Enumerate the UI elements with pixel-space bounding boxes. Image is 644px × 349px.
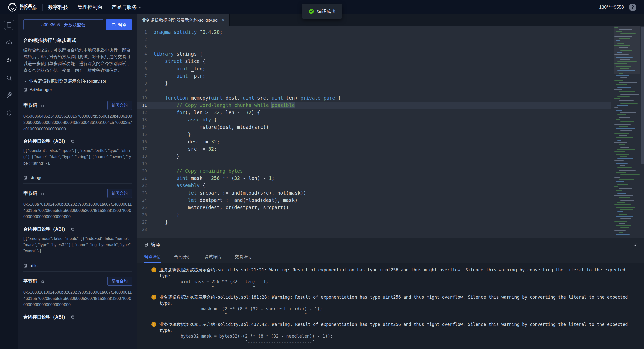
rail-tools-icon[interactable]: [4, 90, 14, 101]
bytecode-label: 字节码: [23, 278, 37, 284]
deploy-contract-button[interactable]: 部署合约: [107, 101, 132, 110]
code-line-content: src += 32;: [153, 145, 217, 153]
line-number: 27: [137, 218, 153, 226]
bp-tab-3[interactable]: 交易详情: [235, 251, 252, 263]
code-line-17[interactable]: 17 src += 32;: [137, 145, 611, 153]
bp-tab-0[interactable]: 编译详情: [144, 251, 161, 263]
compile-button[interactable]: 编译: [106, 19, 132, 30]
minimap-line: [617, 211, 623, 212]
code-line-1[interactable]: 1pragma solidity ^0.4.20;: [137, 28, 611, 36]
warning-item-1[interactable]: !业务逻辑数据浏览器展示合约-solidity.sol:181:28: Warn…: [137, 292, 644, 320]
copy-icon[interactable]: [40, 103, 44, 108]
minimap-line: [620, 94, 639, 95]
deploy-contract-button[interactable]: 部署合约: [107, 189, 132, 198]
chevron-down-icon: [138, 6, 142, 9]
tree-file-strings[interactable]: strings: [23, 172, 132, 184]
line-number: 13: [137, 116, 153, 123]
minimap-line: [617, 114, 626, 115]
line-number: 11: [137, 102, 153, 109]
code-line-4[interactable]: 4library strings {: [137, 50, 611, 58]
bp-tab-2[interactable]: 调试详情: [204, 251, 221, 263]
minimap-line: [619, 100, 634, 101]
minimap-line: [616, 102, 624, 102]
minimap[interactable]: [614, 26, 640, 238]
copy-icon[interactable]: [71, 315, 75, 319]
code-line-18[interactable]: 18 }: [137, 153, 611, 160]
minimap-line: [616, 225, 631, 226]
rail-debug-icon[interactable]: [4, 55, 14, 65]
rail-file-document-icon[interactable]: [4, 20, 14, 30]
tree-file-ArtManager[interactable]: ArtManager: [23, 84, 132, 96]
code-line-content: let destpart := and(mload(dest), mask): [153, 197, 298, 204]
line-number: 15: [137, 131, 153, 138]
code-line-19[interactable]: 19: [137, 160, 611, 167]
rail-search-icon[interactable]: [4, 73, 14, 83]
warning-location: 业务逻辑数据浏览器展示合约-solidity.sol:437:42:: [159, 322, 269, 327]
copy-icon[interactable]: [71, 227, 75, 231]
nav-item-1[interactable]: 管理控制台: [77, 4, 103, 11]
minimap-line: [614, 204, 631, 205]
editor-scrollbar[interactable]: [640, 26, 644, 238]
code-line-content: uint _ptr;: [153, 72, 205, 80]
code-line-10[interactable]: 10 function memcpy(uint dest, uint src, …: [137, 94, 611, 102]
bp-tab-1[interactable]: 合约分析: [174, 251, 191, 263]
rail-shield-add-icon[interactable]: [4, 108, 14, 118]
code-line-23[interactable]: 23 let srcpart := and(mload(src), not(ma…: [137, 189, 611, 197]
editor-tabbar: 业务逻辑数据浏览器展示合约-solidity.sol ×: [137, 14, 644, 26]
warning-code: mask = ~(2 ** (8 * (32 - shortest + idx)…: [160, 306, 637, 312]
code-line-9[interactable]: 9: [137, 87, 611, 94]
scrollbar-thumb[interactable]: [641, 27, 644, 164]
code-line-26[interactable]: 26 }: [137, 211, 611, 218]
code-line-11[interactable]: 11 // Copy word-length chunks while poss…: [137, 102, 611, 109]
deploy-contract-button[interactable]: 部署合约: [107, 277, 132, 286]
code-line-12[interactable]: 12 for(; len >= 32; len -= 32) {: [137, 109, 611, 116]
warning-item-0[interactable]: !业务逻辑数据浏览器展示合约-solidity.sol:21:21: Warni…: [137, 265, 644, 292]
code-line-content: mstore(dest, mload(src)): [153, 123, 269, 131]
nav-item-label: 数字科技: [48, 4, 68, 11]
code-line-28[interactable]: 28: [137, 226, 611, 233]
minimap-line: [617, 132, 623, 132]
minimap-line: [619, 135, 627, 136]
minimap-line: [617, 96, 630, 97]
minimap-line: [617, 123, 624, 123]
code-line-25[interactable]: 25 mstore(dest, or(destpart, srcpart)): [137, 204, 611, 211]
copy-icon[interactable]: [40, 279, 44, 283]
editor-tab[interactable]: 业务逻辑数据浏览器展示合约-solidity.sol ×: [137, 14, 230, 26]
bp-tab-label: 调试详情: [204, 254, 221, 260]
code-line-20[interactable]: 20 // Copy remaining bytes: [137, 167, 611, 175]
rail-cloud-upload-icon[interactable]: [4, 38, 14, 48]
tab-close-icon[interactable]: ×: [222, 17, 225, 23]
copy-icon[interactable]: [40, 191, 44, 196]
code-line-3[interactable]: 3: [137, 43, 611, 50]
file-tree-root[interactable]: 业务逻辑数据浏览器展示合约-solidity.sol: [23, 78, 132, 84]
code-line-24[interactable]: 24 let destpart := and(mload(dest), mask…: [137, 197, 611, 204]
help-button[interactable]: ?: [629, 4, 636, 11]
chain-selector-button[interactable]: a00e36c5 - 开放联盟链: [23, 19, 103, 30]
warning-item-3[interactable]: !业务逻辑数据浏览器展示合约-solidity.sol:477:42: Warn…: [137, 347, 644, 349]
copy-icon[interactable]: [71, 139, 75, 143]
code-line-22[interactable]: 22 assembly {: [137, 182, 611, 189]
code-line-8[interactable]: 8 }: [137, 80, 611, 87]
code-line-2[interactable]: 2: [137, 36, 611, 43]
code-line-5[interactable]: 5 struct slice {: [137, 58, 611, 65]
code-editor[interactable]: 1pragma solidity ^0.4.20;234library stri…: [137, 26, 644, 238]
tree-file-utils[interactable]: utils: [23, 260, 132, 272]
nav-item-2[interactable]: 产品与服务: [112, 4, 142, 11]
code-line-27[interactable]: 27 }: [137, 218, 611, 226]
code-line-7[interactable]: 7 uint _ptr;: [137, 72, 611, 80]
minimap-line: [620, 218, 631, 219]
nav-item-0[interactable]: 数字科技: [48, 4, 68, 11]
collapse-panel-icon[interactable]: [633, 242, 637, 247]
code-line-content: pragma solidity ^0.4.20;: [153, 28, 223, 36]
minimap-line: [616, 234, 630, 235]
code-line-13[interactable]: 13 assembly {: [137, 116, 611, 123]
code-line-14[interactable]: 14 mstore(dest, mload(src)): [137, 123, 611, 131]
code-line-21[interactable]: 21 uint mask = 256 ** (32 - len) - 1;: [137, 175, 611, 182]
warning-location: 业务逻辑数据浏览器展示合约-solidity.sol:21:21:: [159, 267, 267, 272]
code-line-15[interactable]: 15 }: [137, 131, 611, 138]
warning-item-2[interactable]: !业务逻辑数据浏览器展示合约-solidity.sol:437:42: Warn…: [137, 320, 644, 347]
abi-label: 合约接口说明（ABI）: [23, 226, 68, 232]
code-line-6[interactable]: 6 uint _len;: [137, 65, 611, 72]
minimap-slider[interactable]: [614, 26, 640, 74]
code-line-16[interactable]: 16 dest += 32;: [137, 138, 611, 145]
